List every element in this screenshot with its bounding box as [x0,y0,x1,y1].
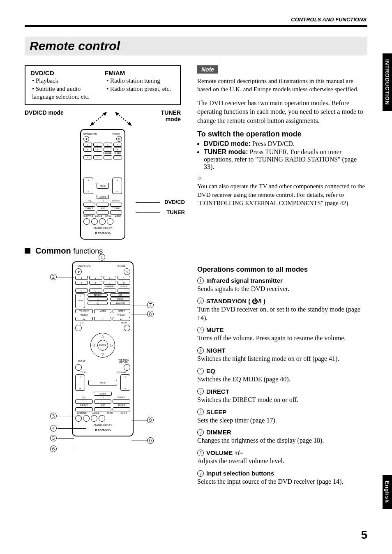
rc-tvvol-rocker[interactable]: +– [83,178,93,194]
left-arrow-icon: ◁ [92,343,95,347]
rc-angle-button[interactable] [91,218,98,225]
rc-zoom-button[interactable] [91,415,97,422]
rc-pause-button[interactable]: ▯▯ [88,302,108,305]
rc-start-button[interactable]: START [113,309,130,313]
svg-marker-2 [115,112,119,116]
rc-zoom-button[interactable] [99,218,106,225]
rc-sleep-button[interactable] [118,289,130,293]
rc-mode-button[interactable]: MODE [94,309,112,313]
rc-tvinput-button[interactable]: TV INPUT [75,309,93,313]
rc-num-button[interactable]: 8 [113,148,122,152]
rc-ab-button[interactable]: A/B [110,293,130,297]
rc-volume-rocker[interactable]: +– [120,374,130,391]
rc-dimmer-button[interactable] [104,155,112,159]
rc-num-button[interactable]: 9 [83,155,92,159]
rc-standby-button[interactable]: ⏻ [83,136,89,142]
rc-sleep-button[interactable] [113,155,122,159]
rc-audio-button[interactable] [99,415,105,422]
rc-num-button[interactable]: 8 [118,281,130,285]
rc-tvvol-rocker[interactable]: +– [75,374,85,391]
rc-num-button[interactable]: 4 [113,143,122,147]
rc-num-button[interactable]: 2 [93,143,102,147]
rc-tuner-button[interactable] [113,407,130,411]
rc-prog-button[interactable]: PROG [110,298,130,301]
op-desc: Selects the input source of the DVD rece… [197,478,367,486]
mode-info-box: DVD/CD Playback Subtitle and audio langu… [25,65,181,105]
rc-num-button[interactable]: 6 [89,281,102,285]
rc-repeat-button[interactable]: REPEAT [88,293,108,297]
rc-num-button[interactable]: 0 [93,155,102,159]
dvdcd-item: Subtitle and audio language selection, e… [32,85,101,101]
op-item: 6DIRECTSwitches the DIRECT mode on or of… [197,388,367,404]
op-number: 4 [197,347,204,354]
ops-common-heading: Operations common to all modes [197,265,367,274]
rc-night-button[interactable]: NIGHT [94,392,112,396]
rc-return-button[interactable] [124,364,130,371]
rc-angle-button[interactable] [83,415,90,422]
rc-num-button[interactable]: 3 [104,143,112,147]
rc-dvdcd-button[interactable] [113,399,130,404]
rc-tv-power-button[interactable]: TV [124,268,130,275]
manual-page: CONTROLS AND FUNCTIONS Remote control IN… [0,0,392,554]
rc-tvch-rocker[interactable]: +TV CH– [75,293,85,308]
rc-menu-label: MENU [117,322,130,324]
rc-eq-button[interactable] [75,399,93,404]
rc-num-button[interactable]: 3 [104,276,116,280]
rc-tv-power-button[interactable]: TV [116,136,122,142]
rc-dimmer-button[interactable] [104,289,116,293]
rc-audio-button[interactable] [107,218,113,225]
left-column: DVD/CD Playback Subtitle and audio langu… [25,65,181,490]
rc-preset-label: PRESET [75,314,93,316]
rc-num-button[interactable]: 0 [89,289,102,293]
rc-tv-button[interactable] [94,399,112,404]
rc-dvdcd-button[interactable] [110,203,122,207]
rc-num-button[interactable]: 7 [104,148,112,152]
fmam-item: Radio station preset, etc. [106,85,175,93]
rc-direct-button[interactable] [83,210,95,215]
rc-num-button[interactable]: 7 [104,281,116,285]
op-item: 3MUTETurns off the volume. Press again t… [197,326,367,343]
rc-mute-button[interactable]: MUTE [88,380,117,385]
square-bullet-icon [25,248,30,254]
callout-7: 7 [147,302,154,308]
rc-setup-button[interactable] [75,364,82,371]
rc-num-button[interactable]: 4 [118,276,130,280]
rc-night-button[interactable]: NIGHT [97,195,109,199]
rc-power-label: POWER [113,265,130,268]
rc-angle-label: ANGLE [95,215,103,217]
rc-next-button[interactable]: ▸▸ [113,317,130,321]
rc-stop-button[interactable]: ◻ [88,298,108,301]
rc-num-button[interactable]: 9 [75,289,88,293]
rc-volume-rocker[interactable]: +– [112,178,122,194]
rc-num-button[interactable]: 2 [89,276,102,280]
rc-num-button[interactable]: 6 [93,148,102,152]
rc-num-button[interactable]: 5 [83,148,92,152]
op-item: 0Input selection buttonsSelects the inpu… [197,470,367,486]
rc-num-button[interactable]: 1 [83,143,92,147]
rc-play-button[interactable]: ▷ [94,317,112,321]
rc-eq-button[interactable] [83,203,95,207]
rc-gui-button[interactable] [75,325,82,331]
callout-5: 5 [50,435,57,441]
rc-direct-button[interactable] [75,407,93,411]
switch-item-bold: DVD/CD mode: [204,140,251,147]
rc-aux-button[interactable] [97,210,108,215]
rc-enter-button[interactable]: ENTER [97,340,108,351]
rc-random-button[interactable]: RANDOM [110,302,130,305]
rc-prev-button[interactable]: ◂◂ [75,317,93,321]
rc-subtitle-button[interactable] [83,218,90,225]
rc-mute-button[interactable]: MUTE [97,183,109,189]
rc-menu-button[interactable] [124,325,130,331]
rc-tuner-button[interactable] [110,210,122,215]
rc-num-button[interactable]: 1 [75,276,88,280]
op-number: 9 [197,450,204,456]
rc-num-button[interactable]: 5 [75,281,88,285]
rc-standby-button[interactable]: ⏻ [75,268,82,275]
rc-aux-button[interactable] [94,407,112,411]
svg-marker-0 [103,112,107,116]
rc-tuner-label: TUNER [113,404,130,406]
callout-leader [131,441,148,441]
tip-text: You can also operate the TV and other co… [197,182,367,207]
rc-tv-button[interactable] [97,203,108,207]
rc-dpad[interactable]: ENTER △ ▽ ◁ ▷ [90,333,115,358]
